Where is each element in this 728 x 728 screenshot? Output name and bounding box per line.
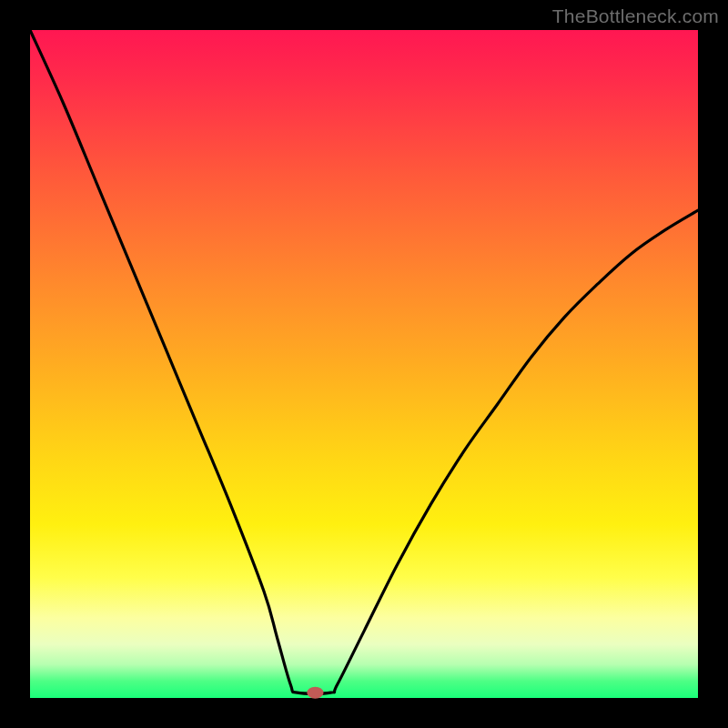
- chart-frame: TheBottleneck.com: [0, 0, 728, 728]
- optimal-marker: [307, 687, 323, 699]
- curve-overlay: [30, 30, 698, 698]
- watermark-text: TheBottleneck.com: [552, 5, 719, 27]
- bottleneck-curve: [30, 30, 698, 693]
